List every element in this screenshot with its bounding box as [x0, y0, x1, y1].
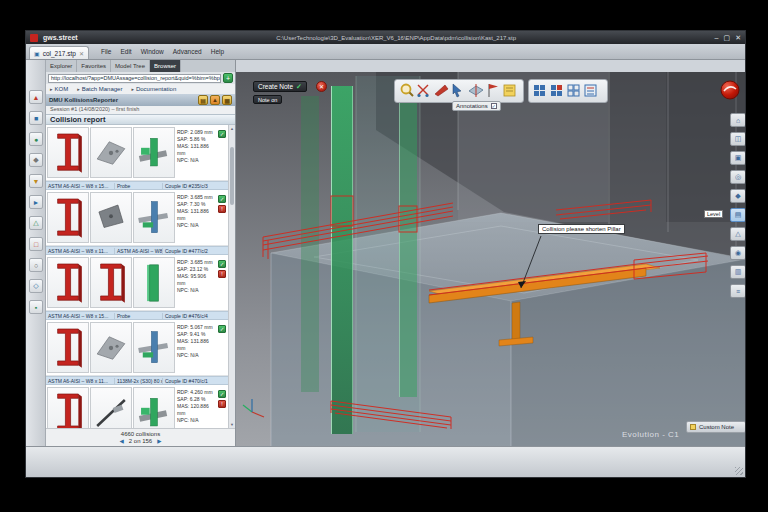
- brand-sphere-button[interactable]: [720, 80, 740, 100]
- status-ok-icon[interactable]: ✓: [218, 325, 226, 333]
- part-thumbnail-red-beam[interactable]: [90, 257, 132, 308]
- scroll-up-icon[interactable]: ▲: [229, 125, 235, 132]
- document-tab[interactable]: ▣ col_217.stp ✕: [29, 46, 89, 59]
- left-tool-icon-3[interactable]: ●: [29, 132, 43, 146]
- part-thumbnail-blue-joint[interactable]: [133, 192, 175, 243]
- fit-view-icon[interactable]: ◫: [730, 132, 745, 146]
- left-tool-icon-8[interactable]: □: [29, 237, 43, 251]
- part-thumbnail-blue-joint[interactable]: [133, 322, 175, 373]
- home-view-icon[interactable]: ⌂: [730, 113, 745, 127]
- note-tool-icon[interactable]: [504, 85, 515, 96]
- cutter-icon[interactable]: [435, 85, 448, 96]
- render-mode-icon[interactable]: ◆: [730, 189, 745, 203]
- part-thumbnail-green-assembly[interactable]: [133, 387, 175, 428]
- select-pointer-icon[interactable]: [453, 84, 461, 97]
- section-tool-icon[interactable]: △: [730, 227, 745, 241]
- menu-help[interactable]: Help: [211, 48, 224, 55]
- part-thumbnail-green-beam[interactable]: [133, 257, 175, 308]
- left-tool-icon-5[interactable]: ▼: [29, 174, 43, 188]
- maximize-button[interactable]: ▢: [724, 34, 731, 42]
- status-error-icon[interactable]: !: [218, 205, 226, 213]
- scissors-icon[interactable]: [417, 85, 428, 97]
- link-batch-manager[interactable]: ▸Batch Manager: [77, 86, 122, 92]
- viewport-3d[interactable]: Create Note ✓ ✕ Note on: [236, 60, 745, 446]
- part-thumbnail-gray-bracket[interactable]: [90, 322, 132, 373]
- left-tool-icon-6[interactable]: ►: [29, 195, 43, 209]
- next-page-icon[interactable]: ▶: [157, 438, 161, 444]
- left-tool-icon-7[interactable]: △: [29, 216, 43, 230]
- minimize-button[interactable]: –: [715, 34, 719, 42]
- part-thumbnail-red-beam[interactable]: [47, 322, 89, 373]
- annotations-toggle[interactable]: Annotations ✓: [452, 101, 501, 111]
- menu-advanced[interactable]: Advanced: [173, 48, 202, 55]
- part-thumbnail-red-beam[interactable]: [47, 257, 89, 308]
- status-ok-icon[interactable]: ✓: [218, 130, 226, 138]
- status-error-icon[interactable]: !: [218, 270, 226, 278]
- section-plane-icon[interactable]: [469, 84, 483, 97]
- status-ok-icon[interactable]: ✓: [218, 195, 226, 203]
- report-warning-button[interactable]: ▲: [210, 95, 220, 105]
- tab-favorites[interactable]: Favorites: [77, 60, 111, 72]
- annotations-checkbox[interactable]: ✓: [491, 103, 497, 109]
- left-tool-icon-2[interactable]: ■: [29, 111, 43, 125]
- table-scrollbar[interactable]: ▲ ▼: [228, 125, 235, 428]
- left-tool-icon-11[interactable]: ▪: [29, 300, 43, 314]
- create-note-button[interactable]: Create Note ✓: [253, 81, 307, 92]
- custom-note-button[interactable]: Custom Note: [686, 421, 745, 433]
- zoom-icon[interactable]: [402, 85, 414, 97]
- collision-row[interactable]: RDP: 4.260 mmSAP: 6.28 % MAS: 120.886 mm…: [46, 385, 228, 428]
- tab-close-icon[interactable]: ✕: [79, 50, 84, 57]
- collision-row[interactable]: RDP: 5.067 mmSAP: 9.41 % MAS: 131.886 mm…: [46, 320, 228, 376]
- part-thumbnail-red-beam[interactable]: [47, 387, 89, 428]
- menu-window[interactable]: Window: [141, 48, 164, 55]
- collision-row[interactable]: RDP: 3.685 mmSAP: 23.12 % MAS: 95.906 mm…: [46, 255, 228, 311]
- part-thumbnail-green-assembly[interactable]: [133, 127, 175, 178]
- flag-marker-icon[interactable]: [489, 84, 498, 97]
- part-thumbnail-gray-bracket[interactable]: [90, 127, 132, 178]
- settings-list-icon[interactable]: ≡: [730, 284, 745, 298]
- status-error-icon[interactable]: !: [218, 400, 226, 408]
- report-grid-button[interactable]: ▤: [198, 95, 208, 105]
- status-ok-icon[interactable]: ✓: [218, 260, 226, 268]
- layers-icon[interactable]: ▥: [730, 265, 745, 279]
- orbit-icon[interactable]: ◎: [730, 170, 745, 184]
- part-thumbnail-black-rod[interactable]: [90, 387, 132, 428]
- tab-model-tree[interactable]: Model Tree: [111, 60, 150, 72]
- part-thumbnail-red-beam[interactable]: [47, 127, 89, 178]
- url-input[interactable]: http://localhost/?app=DMUAssage=collisio…: [48, 74, 221, 83]
- part-thumbnail-dark-plate[interactable]: [90, 192, 132, 243]
- report-view-icon[interactable]: [585, 85, 596, 96]
- cancel-note-icon[interactable]: ✕: [316, 81, 327, 92]
- collision-annotation[interactable]: Collision please shorten Pillar: [538, 224, 625, 234]
- left-tool-icon-10[interactable]: ◇: [29, 279, 43, 293]
- menu-edit[interactable]: Edit: [120, 48, 131, 55]
- link-kom[interactable]: ▸KOM: [50, 86, 68, 92]
- prev-page-icon[interactable]: ◀: [120, 438, 124, 444]
- resize-grip[interactable]: [735, 467, 743, 475]
- grid-compare-icon[interactable]: [551, 85, 562, 96]
- left-tool-icon-1[interactable]: ▲: [29, 90, 43, 104]
- tab-explorer[interactable]: Explorer: [46, 60, 77, 72]
- part-thumbnail-red-beam[interactable]: [47, 192, 89, 243]
- collision-row[interactable]: RDP: 3.685 mmSAP: 7.30 % MAS: 131.886 mm…: [46, 190, 228, 246]
- link-documentation[interactable]: ▸Documentation: [131, 86, 176, 92]
- grid-view-icon[interactable]: [534, 85, 545, 96]
- level-tool-icon[interactable]: ▤: [730, 208, 745, 222]
- menu-file[interactable]: File: [101, 48, 111, 55]
- left-tool-icon-4[interactable]: ◆: [29, 153, 43, 167]
- scroll-down-icon[interactable]: ▼: [229, 421, 235, 428]
- grid-outline-icon[interactable]: [568, 85, 579, 96]
- 3d-scene[interactable]: [236, 60, 745, 446]
- tab-browser[interactable]: Browser: [150, 60, 181, 72]
- status-ok-icon[interactable]: ✓: [218, 390, 226, 398]
- scrollbar-thumb[interactable]: [230, 147, 234, 205]
- close-button[interactable]: ✕: [735, 34, 741, 42]
- note-on-button[interactable]: Note on: [253, 95, 282, 104]
- url-go-button[interactable]: +: [223, 73, 233, 83]
- confirm-check-icon[interactable]: ✓: [296, 83, 302, 91]
- report-export-button[interactable]: ▦: [222, 95, 232, 105]
- measure-tool-icon[interactable]: ◉: [730, 246, 745, 260]
- left-tool-icon-9[interactable]: ○: [29, 258, 43, 272]
- collision-row[interactable]: RDP: 2.089 mmSAP: 5.86 % MAS: 131.886 mm…: [46, 125, 228, 181]
- views-cube-icon[interactable]: ▣: [730, 151, 745, 165]
